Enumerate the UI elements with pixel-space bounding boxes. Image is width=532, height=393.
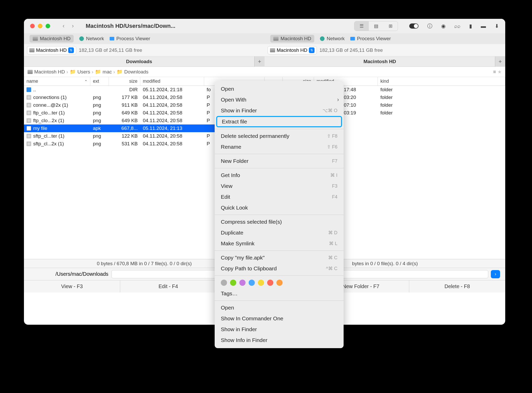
view-mode-group: ☰ ▤ ⊞ [354,21,398,31]
col-name[interactable]: name⌃ [24,77,90,86]
col-modified[interactable]: modified [140,77,204,86]
window-title: Macintosh HD/Users/mac/Down... [86,23,350,29]
download-icon[interactable]: ⬇ [495,23,499,29]
monitor-icon[interactable]: ▬ [481,23,486,29]
tag-color-dot[interactable] [230,280,236,286]
menu-quick-look[interactable]: Quick Look [215,202,344,213]
nav-buttons: ‹ › [60,22,76,30]
menu-show-finder-2[interactable]: Show in Finder [215,324,344,335]
drive-selector-right[interactable]: Macintosh HD⇅ [268,46,317,54]
file-kind: folder [378,110,505,116]
file-ext: png [90,133,109,139]
list-view-button[interactable]: ☰ [354,21,369,31]
col-kind-r[interactable]: kind [378,77,505,86]
tag-color-dot[interactable] [221,280,227,286]
menu-extract-file[interactable]: Extract file [216,116,342,127]
menu-delete-permanently[interactable]: Delete selected permanently⇧ F8 [215,131,344,141]
menu-open[interactable]: Open [215,83,344,94]
crumb[interactable]: Users [77,69,90,75]
list-icon[interactable]: ≡ [493,69,496,75]
tag-color-dot[interactable] [249,280,255,286]
tab-network-left[interactable]: Network [79,36,104,41]
edit-button[interactable]: Edit - F4 [120,280,216,292]
menu-separator [215,300,344,301]
add-tab-right[interactable]: + [495,56,505,67]
toggle-switch[interactable] [409,23,418,29]
tag-color-dot[interactable] [239,280,246,286]
folder-tab-right[interactable]: Macintosh HD [265,59,495,64]
crumb[interactable]: Macintosh HD [34,69,65,75]
menu-separator [215,250,344,251]
info-icon[interactable]: ⓘ [427,23,432,30]
column-view-button[interactable]: ▤ [369,21,383,31]
drive-icon [29,48,34,52]
grid-view-button[interactable]: ⊞ [383,21,398,31]
tab-macintosh-hd-left[interactable]: Macintosh HD [30,35,74,43]
col-size[interactable]: size [109,77,140,86]
img-icon [27,111,31,115]
zoom-window-button[interactable] [46,24,50,28]
menu-tags[interactable]: Tags… [215,288,344,299]
folder-tab-left[interactable]: Downloads [24,59,254,64]
menu-open-with[interactable]: Open With [215,94,344,105]
tag-color-dot[interactable] [276,280,283,286]
file-size: 911 KB [109,102,140,108]
folder-icon: 📁 [95,69,101,75]
tag-color-dot[interactable] [267,280,273,286]
tab-process-viewer-right[interactable]: Process Viewer [350,36,391,41]
context-menu: Open Open With Show in Finder⌥⌘ O Extrac… [215,81,344,348]
menu-open-2[interactable]: Open [215,302,344,313]
titlebar: ‹ › Macintosh HD/Users/mac/Down... ☰ ▤ ⊞… [24,19,505,33]
forward-button[interactable]: › [69,22,76,30]
breadcrumb-right: ≡★ [265,67,505,77]
back-button[interactable]: ‹ [60,22,67,30]
menu-make-symlink[interactable]: Make Symlink⌘ L [215,238,344,249]
tab-macintosh-hd-right[interactable]: Macintosh HD [270,35,314,43]
col-ext[interactable]: ext [90,77,109,86]
menu-new-folder[interactable]: New FolderF7 [215,156,344,166]
file-modified: 05.11.2024, 21:13 [140,126,204,131]
img-icon [27,118,31,123]
tab-network-right[interactable]: Network [320,36,345,41]
drive-selector-left[interactable]: Macintosh HD⇅ [27,46,76,54]
eye-icon[interactable]: ◉ [441,23,446,29]
menu-view[interactable]: ViewF3 [215,181,344,191]
crumb[interactable]: mac [103,69,112,75]
go-button[interactable]: › [491,270,500,278]
minimize-window-button[interactable] [38,24,42,28]
menu-compress[interactable]: Compress selected file(s) [215,216,344,227]
menu-show-commander[interactable]: Show In Commander One [215,313,344,324]
file-ext: png [90,141,109,147]
delete-button[interactable]: Delete - F8 [409,280,505,292]
file-kind: folder [378,95,505,100]
img-icon [27,95,31,100]
menu-rename[interactable]: Rename⇧ F6 [215,141,344,152]
binoculars-icon[interactable]: ⌕⌕ [454,23,460,29]
img-icon [27,141,31,146]
drive-selector-row: Macintosh HD⇅ 182,13 GB of 245,11 GB fre… [24,44,505,56]
crumb[interactable]: Downloads [124,69,149,75]
close-window-button[interactable] [30,24,35,28]
tab-process-viewer-left[interactable]: Process Viewer [110,36,150,41]
menu-get-info[interactable]: Get Info⌘ I [215,170,344,181]
file-ext: png [90,102,109,108]
star-icon[interactable]: ★ [498,69,502,75]
menu-copy-path[interactable]: Copy Path to Clipboard^⌘ C [215,263,344,274]
file-modified: 04.11.2024, 20:58 [140,118,204,123]
add-tab-left[interactable]: + [254,56,265,67]
file-ext: png [90,118,109,123]
location-tabs-row: Macintosh HD Network Process Viewer Maci… [24,33,505,44]
menu-edit[interactable]: EditF4 [215,191,344,202]
file-kind: folder [378,87,505,93]
file-size: 667,8... [109,126,140,131]
file-name: .. [33,87,36,93]
menu-show-in-finder[interactable]: Show in Finder⌥⌘ O [215,105,344,116]
menu-copy-file[interactable]: Copy "my file.apk"⌘ C [215,252,344,263]
menu-duplicate[interactable]: Duplicate⌘ D [215,227,344,238]
view-button[interactable]: View - F3 [24,280,120,292]
archive-icon[interactable]: ▮ [469,23,472,29]
menu-show-info-finder[interactable]: Show Info in Finder [215,335,344,346]
menu-separator [215,154,344,154]
file-icon [27,126,31,131]
tag-color-dot[interactable] [258,280,264,286]
